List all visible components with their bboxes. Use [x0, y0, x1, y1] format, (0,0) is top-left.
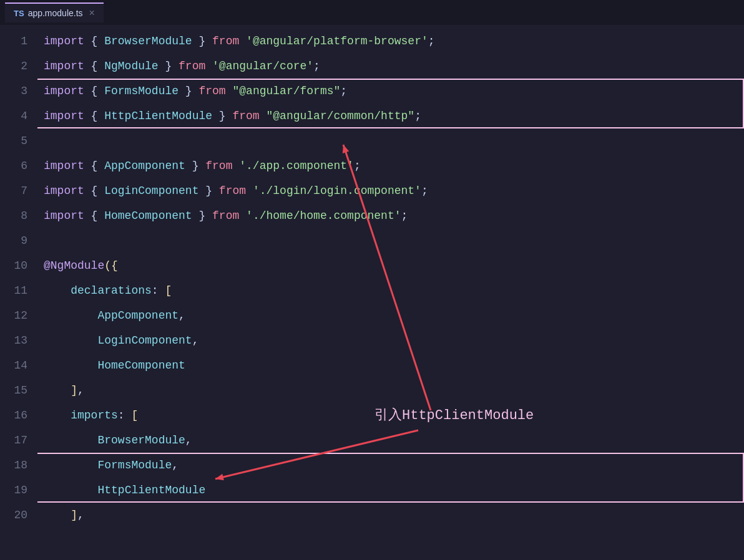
token-id: BrowserModule: [104, 35, 192, 47]
line-number-7: 7: [0, 178, 27, 203]
token-punct: {: [84, 160, 104, 172]
line-number-15: 15: [0, 378, 27, 403]
token-punct: }: [198, 185, 218, 197]
line-number-18: 18: [0, 453, 27, 478]
code-line-20: ],: [44, 503, 744, 528]
line-number-19: 19: [0, 478, 27, 503]
token-punct: ;: [421, 185, 428, 197]
token-punct: ;: [414, 110, 421, 122]
token-punct: ,: [172, 459, 179, 471]
token-punct: [44, 284, 71, 297]
code-line-4: import { HttpClientModule } from "@angul…: [44, 104, 744, 128]
token-punct: {: [84, 110, 104, 122]
token-from-kw: from: [219, 185, 246, 197]
token-id: FormsModule: [97, 459, 172, 471]
token-str-single: './home/home.component': [239, 210, 401, 222]
line-number-20: 20: [0, 503, 27, 528]
tab-app-module[interactable]: TS app.module.ts ×: [5, 2, 104, 22]
code-line-11: declarations: [: [44, 278, 744, 303]
code-line-19: HttpClientModule: [44, 478, 744, 503]
token-punct: ,: [77, 384, 84, 397]
code-line-17: BrowserModule,: [44, 428, 744, 453]
token-prop: imports: [71, 409, 118, 422]
code-line-12: AppComponent,: [44, 303, 744, 328]
token-prop: declarations: [71, 284, 152, 297]
token-id: AppComponent: [104, 160, 185, 172]
line-number-11: 11: [0, 278, 27, 303]
token-from-kw: from: [232, 110, 259, 122]
token-punct: ;: [401, 210, 408, 222]
token-id: AppComponent: [97, 309, 179, 322]
token-bracket: [: [131, 409, 138, 422]
line-number-16: 16: [0, 403, 27, 428]
code-line-14: HomeComponent: [44, 353, 744, 378]
token-punct: }: [159, 60, 179, 72]
token-bracket: ]: [71, 509, 77, 521]
editor-area: 1234567891011121314151617181920 import {…: [0, 25, 744, 560]
code-area[interactable]: import { BrowserModule } from '@angular/…: [37, 25, 744, 560]
token-bracket: ]: [71, 384, 77, 397]
token-from-kw: from: [198, 85, 225, 97]
token-punct: ,: [192, 334, 199, 347]
token-punct: :: [118, 409, 132, 422]
code-line-9: [44, 228, 744, 253]
token-str-double: "@angular/forms": [226, 85, 341, 97]
token-punct: }: [192, 35, 212, 47]
code-line-1: import { BrowserModule } from '@angular/…: [44, 29, 744, 54]
token-id: FormsModule: [104, 85, 179, 97]
tab-filename: app.module.ts: [28, 8, 83, 18]
token-punct: }: [179, 85, 198, 97]
token-punct: [44, 484, 97, 496]
token-id: LoginComponent: [104, 185, 198, 197]
token-from-kw: from: [179, 60, 205, 72]
token-kw: import: [44, 35, 84, 47]
line-number-2: 2: [0, 54, 27, 79]
token-id: HttpClientModule: [97, 484, 205, 496]
token-punct: }: [192, 210, 212, 222]
code-line-13: LoginComponent,: [44, 328, 744, 353]
token-punct: [44, 459, 97, 471]
line-numbers: 1234567891011121314151617181920: [0, 25, 37, 560]
token-punct: [44, 409, 71, 422]
ts-badge: TS: [14, 9, 24, 18]
token-str-single: './app.component': [232, 160, 353, 172]
code-line-3: import { FormsModule } from "@angular/fo…: [44, 79, 744, 104]
token-punct: ,: [179, 309, 185, 322]
token-id: HttpClientModule: [104, 110, 212, 122]
token-decorator: @NgModule: [44, 259, 104, 272]
line-number-1: 1: [0, 29, 27, 54]
token-from-kw: from: [212, 35, 239, 47]
close-tab-button[interactable]: ×: [89, 7, 95, 19]
annotation-label: 引入HttpClientModule: [374, 405, 534, 424]
code-line-15: ],: [44, 378, 744, 403]
line-number-14: 14: [0, 353, 27, 378]
token-kw: import: [44, 60, 84, 72]
token-punct: [44, 309, 97, 322]
token-punct: [44, 509, 71, 521]
code-line-10: @NgModule({: [44, 253, 744, 278]
line-number-17: 17: [0, 428, 27, 453]
token-punct: ;: [313, 60, 320, 72]
code-line-7: import { LoginComponent } from './login/…: [44, 178, 744, 203]
token-punct: {: [84, 185, 104, 197]
token-id: HomeComponent: [97, 359, 185, 372]
line-number-6: 6: [0, 153, 27, 178]
token-id: HomeComponent: [104, 210, 192, 222]
token-punct: ;: [428, 35, 435, 47]
token-str-double: "@angular/common/http": [260, 110, 414, 122]
token-str-single: '@angular/core': [205, 60, 313, 72]
token-from-kw: from: [205, 160, 232, 172]
tab-bar: TS app.module.ts ×: [0, 0, 744, 25]
code-line-6: import { AppComponent } from './app.comp…: [44, 153, 744, 178]
token-punct: ;: [340, 85, 347, 97]
token-punct: [44, 384, 71, 397]
token-kw: import: [44, 110, 84, 122]
line-number-12: 12: [0, 303, 27, 328]
line-number-3: 3: [0, 79, 27, 104]
token-id: BrowserModule: [97, 434, 185, 447]
line-number-10: 10: [0, 253, 27, 278]
token-bracket: [: [165, 284, 172, 297]
code-line-5: [44, 128, 744, 153]
line-number-13: 13: [0, 328, 27, 353]
line-number-5: 5: [0, 128, 27, 153]
